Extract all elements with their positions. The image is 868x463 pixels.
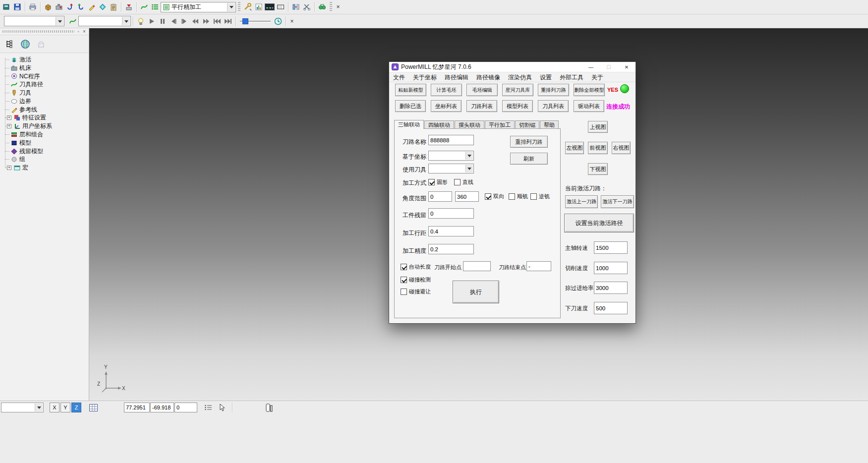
strategy-dropdown[interactable]: 平行精加工 xyxy=(161,2,236,12)
activate-prev-toolpath-button[interactable]: 激活上一刀路 xyxy=(565,195,598,208)
sim-tool-dropdown[interactable] xyxy=(78,16,131,26)
sim-toolpath-dropdown[interactable] xyxy=(4,16,64,26)
cursor-z-input[interactable] xyxy=(174,403,197,412)
panel-drag-grip[interactable] xyxy=(2,30,74,33)
tree-item-workplanes[interactable]: +用户坐标系 xyxy=(0,122,89,130)
step-forward-icon[interactable] xyxy=(179,16,190,27)
toolpath-list-button[interactable]: 刀路列表 xyxy=(466,100,497,112)
jump-end-icon[interactable] xyxy=(223,16,233,27)
execute-button[interactable]: 执行 xyxy=(453,281,499,303)
end-point-input[interactable] xyxy=(526,261,551,271)
menu-render-sim[interactable]: 渲染仿真 xyxy=(504,72,536,82)
view-front-button[interactable]: 前视图 xyxy=(588,142,608,154)
chevron-down-icon[interactable] xyxy=(122,17,130,25)
tree-item-levels-sets[interactable]: 层和组合 xyxy=(0,130,89,139)
counter-icon[interactable] xyxy=(275,1,286,12)
drive-list-button[interactable]: 驱动列表 xyxy=(574,100,604,112)
paste-new-model-button[interactable]: 粘贴新模型 xyxy=(395,84,426,96)
skim-feed-input[interactable] xyxy=(594,282,628,294)
tree-item-groups[interactable]: 组 xyxy=(0,156,89,164)
explorer-tree-icon[interactable] xyxy=(3,38,16,51)
grid-table-icon[interactable] xyxy=(88,403,98,412)
fast-forward-icon[interactable] xyxy=(201,16,212,27)
toolbar-close-icon[interactable]: × xyxy=(334,3,342,11)
climb-mill-checkbox[interactable]: 顺铣 xyxy=(509,193,528,200)
ghost-mask-icon[interactable] xyxy=(35,38,48,51)
undo-icon[interactable] xyxy=(64,1,75,12)
tree-item-macros[interactable]: +宏 xyxy=(0,164,89,172)
edit-block-button[interactable]: 毛坯编辑 xyxy=(466,84,498,96)
tab-3axis[interactable]: 三轴联动 xyxy=(394,120,424,129)
pause-icon[interactable] xyxy=(157,16,168,27)
view-left-button[interactable]: 左视图 xyxy=(565,142,584,154)
play-icon[interactable] xyxy=(146,16,157,27)
tree-expander-icon[interactable]: + xyxy=(7,166,11,170)
chevron-down-icon[interactable] xyxy=(35,404,43,411)
block-icon[interactable] xyxy=(123,1,134,12)
close-icon[interactable]: ✕ xyxy=(618,62,636,72)
clipboard-icon[interactable] xyxy=(108,1,119,12)
status-workplane-dropdown[interactable] xyxy=(1,403,44,412)
dialog-titlebar[interactable]: PowerMILL 忆梦星河 7.0.6 — ☐ ✕ xyxy=(389,62,636,72)
toolpath-name-input[interactable] xyxy=(428,135,474,145)
cursor-x-input[interactable] xyxy=(124,403,150,412)
trim-scissors-icon[interactable] xyxy=(301,1,312,12)
view-right-button[interactable]: 右视图 xyxy=(612,142,631,154)
rewind-icon[interactable] xyxy=(190,16,201,27)
tree-item-models[interactable]: 模型 xyxy=(0,139,89,147)
clock-icon[interactable] xyxy=(273,16,284,27)
collision-avoid-checkbox[interactable]: 碰撞避让 xyxy=(401,288,431,295)
tree-expander-icon[interactable]: + xyxy=(7,124,11,128)
stepover-input[interactable] xyxy=(428,226,474,236)
activate-next-toolpath-button[interactable]: 激活下一刀路 xyxy=(601,195,634,208)
tab-saw[interactable]: 切割锯 xyxy=(515,120,539,129)
tree-expander-icon[interactable]: + xyxy=(7,116,11,120)
menu-coords[interactable]: 关于坐标 xyxy=(409,72,441,82)
menu-path-mirror[interactable]: 路径镜像 xyxy=(472,72,504,82)
set-active-path-button[interactable]: 设置当前激活路径 xyxy=(564,214,634,232)
tree-item-activate[interactable]: 激活 xyxy=(0,56,89,64)
sim-toolpath-icon[interactable] xyxy=(67,16,78,27)
list-options-icon[interactable] xyxy=(203,403,213,412)
tree-item-feature-sets[interactable]: +特征设置 xyxy=(0,114,89,122)
rearrange-button[interactable]: 重排列刀路 xyxy=(510,136,548,148)
use-tool-select[interactable] xyxy=(428,164,474,174)
tree-item-toolpaths[interactable]: 刀具路径 xyxy=(0,80,89,89)
device-panel-icon[interactable] xyxy=(264,403,274,412)
chevron-down-icon[interactable] xyxy=(227,3,235,11)
statistics-icon[interactable] xyxy=(253,1,264,12)
save-project-icon[interactable] xyxy=(12,1,23,12)
cutting-feed-input[interactable] xyxy=(594,262,628,274)
measure-icon[interactable] xyxy=(97,1,108,12)
axis-y-button[interactable]: Y xyxy=(60,403,70,412)
slider-handle[interactable] xyxy=(242,18,248,24)
tree-item-patterns[interactable]: 参考线 xyxy=(0,106,89,114)
tree-item-machine[interactable]: 机床 xyxy=(0,64,89,72)
calc-block-button[interactable]: 计算毛坯 xyxy=(431,84,462,96)
new-project-icon[interactable] xyxy=(1,1,12,12)
minimize-icon[interactable]: — xyxy=(582,62,600,72)
menu-about[interactable]: 关于 xyxy=(587,72,607,82)
lightbulb-icon[interactable] xyxy=(135,16,146,27)
tree-item-stock-models[interactable]: 残留模型 xyxy=(0,147,89,156)
view-bottom-button[interactable]: 下视图 xyxy=(588,163,608,175)
calculator-display-icon[interactable] xyxy=(264,1,275,12)
jump-start-icon[interactable] xyxy=(212,16,223,27)
tool-library-button[interactable]: 星河刀具库 xyxy=(502,84,533,96)
refresh-button[interactable]: 刷新 xyxy=(510,153,548,165)
redo-icon[interactable] xyxy=(75,1,86,12)
spindle-speed-input[interactable] xyxy=(594,241,628,254)
import-model-icon[interactable] xyxy=(43,1,54,12)
delete-selected-button[interactable]: 删除已选 xyxy=(395,100,426,112)
plunge-feed-input[interactable] xyxy=(594,302,628,314)
machine-setup-icon[interactable] xyxy=(54,1,64,12)
step-back-icon[interactable] xyxy=(168,16,179,27)
start-point-input[interactable] xyxy=(463,261,491,271)
axis-z-button[interactable]: Z xyxy=(71,403,81,412)
maximize-icon[interactable]: ☐ xyxy=(600,62,618,72)
toolpath-icon[interactable] xyxy=(139,1,150,12)
panel-pin-icon[interactable]: ▫ xyxy=(75,29,81,34)
conventional-mill-checkbox[interactable]: 逆铣 xyxy=(530,193,550,200)
tree-item-tools[interactable]: 刀具 xyxy=(0,89,89,97)
angle-from-input[interactable] xyxy=(428,191,452,202)
